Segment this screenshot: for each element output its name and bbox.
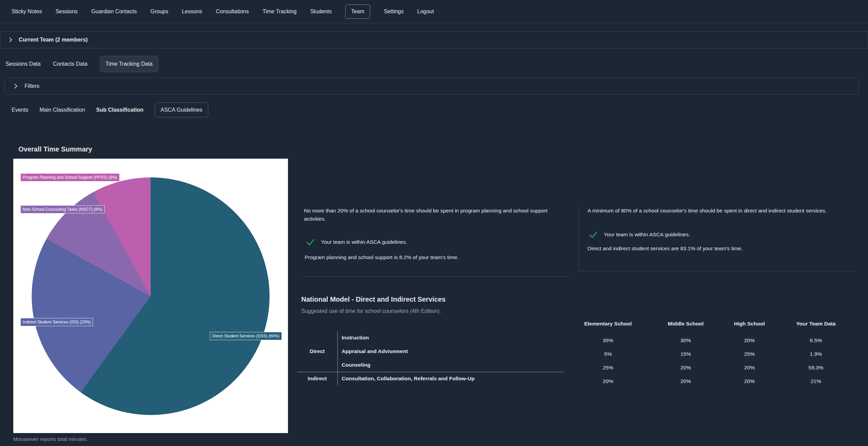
usage-value: 20%	[566, 375, 650, 388]
usage-value: 20%	[721, 361, 778, 375]
column-header-elementary: Elementary School	[566, 319, 650, 334]
guideline-status-row: Your team is within ASCA guidelines.	[588, 230, 690, 239]
pie-label-nsct: Non-School-Counseling Tasks (NSCT) (9%)	[20, 205, 105, 213]
nav-item-time-tracking[interactable]: Time Tracking	[262, 9, 296, 15]
guideline-status-text: Your team is within ASCA guidelines.	[604, 232, 690, 238]
sub-tabs: Events Main Classification Sub Classific…	[0, 102, 868, 118]
check-icon	[305, 237, 316, 247]
guideline-panel-ppss: No more than 20% of a school counselor's…	[301, 205, 570, 277]
national-model-subtitle: Suggested use of time for school counsel…	[301, 308, 441, 314]
pie-label-ppss: Program Planning and School Support (PPS…	[20, 173, 120, 181]
usage-value: 20%	[650, 375, 721, 388]
usage-value: 35%	[566, 334, 650, 347]
pie-label-dss: Direct Student Services (DSS) (60%)	[210, 332, 282, 340]
current-team-label: Current Team (2 members)	[19, 37, 88, 43]
nav-item-settings[interactable]: Settings	[384, 9, 403, 15]
tab-asca-guidelines[interactable]: ASCA Guidelines	[155, 102, 208, 117]
guideline-rule-text: No more than 20% of a school counselor's…	[304, 207, 557, 223]
tab-sessions-data[interactable]: Sessions Data	[5, 61, 41, 67]
service-instruction: Instruction	[337, 331, 564, 345]
national-model-table: Direct Instruction Appraisal and Advisem…	[297, 331, 564, 385]
usage-value: 20%	[650, 361, 721, 375]
column-header-high: High School	[721, 319, 778, 334]
nav-item-sticky-notes[interactable]: Sticky Notes	[12, 9, 42, 15]
tab-contacts-data[interactable]: Contacts Data	[53, 61, 87, 67]
column-header-middle: Middle School	[650, 319, 721, 334]
usage-value: 25%	[721, 347, 778, 361]
chart-footnote: Mouseover reports total minutes.	[13, 436, 88, 442]
table-row: Counseling	[297, 358, 564, 372]
usage-value: 20%	[721, 334, 778, 347]
category-direct: Direct	[297, 331, 337, 372]
nav-item-guardian-contacts[interactable]: Guardian Contacts	[91, 9, 137, 15]
guideline-detail-text: Program planning and school support is 8…	[305, 254, 459, 260]
filters-label: Filters	[25, 83, 40, 89]
filters-panel-toggle[interactable]: Filters	[4, 78, 859, 95]
table-row: Appraisal and Advisement	[297, 345, 564, 358]
pie-label-iss: Indirect Student Services (ISS) (23%)	[20, 318, 93, 326]
overall-time-summary-title: Overall Time Summary	[18, 145, 92, 153]
guideline-status-text: Your team is within ASCA guidelines.	[321, 239, 407, 245]
usage-value: 59.3%	[778, 361, 854, 375]
tab-time-tracking-data[interactable]: Time Tracking Data	[100, 56, 158, 72]
tab-main-classification[interactable]: Main Classification	[40, 107, 85, 113]
guideline-detail-text: Direct and indirect student services are…	[588, 245, 743, 252]
nav-item-team[interactable]: Team	[345, 4, 370, 19]
nav-item-groups[interactable]: Groups	[150, 9, 168, 15]
usage-table-section: Elementary School Middle School High Sch…	[566, 319, 854, 388]
nav-item-consultations[interactable]: Consultations	[216, 9, 249, 15]
table-row: Indirect Consultation, Collaboration, Re…	[297, 372, 564, 385]
data-tabs: Sessions Data Contacts Data Time Trackin…	[0, 55, 868, 73]
usage-value: 15%	[650, 347, 721, 361]
guideline-panel-dss-iss: A minimum of 80% of a school counselor's…	[579, 205, 856, 271]
usage-value: 5%	[566, 347, 650, 361]
usage-value: 21%	[778, 375, 854, 388]
usage-value: 30%	[650, 334, 721, 347]
pie-chart-card: Program Planning and School Support (PPS…	[13, 159, 288, 433]
service-counseling: Counseling	[337, 358, 564, 372]
service-consultation: Consultation, Collaboration, Referrals a…	[337, 372, 564, 385]
national-model-title: National Model - Direct and Indirect Ser…	[301, 296, 445, 303]
current-team-panel-toggle[interactable]: Current Team (2 members)	[0, 31, 868, 48]
nav-item-sessions[interactable]: Sessions	[56, 9, 78, 15]
nav-item-lessons[interactable]: Lessons	[182, 9, 202, 15]
guideline-rule-text: A minimum of 80% of a school counselor's…	[588, 207, 855, 215]
tab-sub-classification[interactable]: Sub Classification	[96, 107, 143, 113]
table-row: Direct Instruction	[297, 331, 564, 345]
check-icon	[588, 230, 599, 239]
category-indirect: Indirect	[297, 372, 337, 385]
service-appraisal: Appraisal and Advisement	[337, 345, 564, 358]
column-header-your-team: Your Team Data	[778, 319, 854, 334]
tab-events[interactable]: Events	[12, 107, 28, 113]
nav-item-logout[interactable]: Logout	[417, 9, 434, 15]
usage-value: 25%	[566, 361, 650, 375]
guideline-status-row: Your team is within ASCA guidelines.	[305, 237, 407, 247]
usage-table: Elementary School Middle School High Sch…	[566, 319, 854, 388]
chevron-right-icon	[12, 83, 19, 90]
top-nav: Sticky Notes Sessions Guardian Contacts …	[0, 0, 868, 23]
usage-value: 6.5%	[778, 334, 854, 347]
usage-value: 1.9%	[778, 347, 854, 361]
usage-value: 20%	[721, 375, 778, 388]
nav-item-students[interactable]: Students	[310, 9, 332, 15]
chevron-right-icon	[7, 36, 14, 43]
